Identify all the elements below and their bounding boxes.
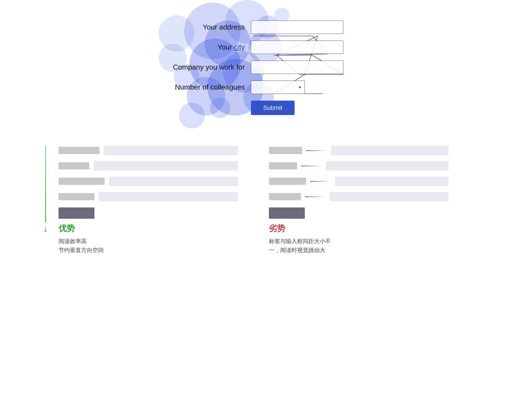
red-line-3: [310, 181, 331, 182]
diag-label-bad-2: [269, 162, 297, 169]
label-city-link: city: [234, 43, 245, 51]
good-desc-line1: 阅读效率高: [59, 237, 238, 246]
top-section: Your address Your city Company you work …: [0, 0, 507, 136]
diag-label-good-3: [59, 178, 105, 185]
form-row-company: Company you work for: [164, 61, 343, 74]
diag-row-2-good: [59, 161, 238, 170]
diag-input-bad-1: [331, 146, 449, 155]
bad-desc-line1: 标签与输入框间距大小不: [269, 237, 449, 246]
input-city[interactable]: [251, 41, 343, 54]
advantage-label: 优势: [59, 223, 238, 234]
form-row-city: Your city: [164, 41, 343, 54]
diag-label-good-4: [59, 193, 94, 200]
diag-label-good-2: [59, 162, 89, 169]
label-colleagues: Number of colleagues: [164, 83, 251, 91]
bad-desc-line2: 一，阅读时视觉跳动大: [269, 246, 449, 255]
diag-input-bad-3: [335, 177, 449, 186]
diag-label-good-1: [59, 147, 100, 154]
red-line-4: [305, 196, 326, 197]
diag-row-1-good: [59, 146, 238, 155]
good-label-row: 优势 阅读效率高 节约垂直方向空间: [59, 223, 238, 255]
red-line-wrapper-4: [305, 196, 326, 197]
diag-input-bad-4: [330, 192, 449, 201]
form-heatmap-container: Your address Your city Company you work …: [164, 15, 343, 115]
diag-input-good-3: [109, 177, 238, 186]
diag-row-3-bad: [269, 177, 449, 186]
bad-panel: 劣势 标签与输入框间距大小不 一，阅读时视觉跳动大: [269, 146, 449, 255]
form-row-address: Your address: [164, 21, 343, 34]
diag-submit-good: [59, 207, 94, 219]
label-city: Your city: [164, 43, 251, 51]
diag-row-3-good: [59, 177, 238, 186]
arrow-down-icon: ↓: [43, 223, 48, 234]
green-line: [45, 146, 46, 222]
bad-label-row: 劣势 标签与输入框间距大小不 一，阅读时视觉跳动大: [269, 223, 449, 255]
select-colleagues[interactable]: 1-5 6-20 21-100 100+: [251, 81, 305, 94]
red-line-wrapper-2: [301, 166, 322, 166]
form-wrapper: Your address Your city Company you work …: [164, 15, 343, 115]
good-desc-line2: 节约垂直方向空间: [59, 246, 238, 255]
red-line-wrapper-1: [306, 150, 327, 151]
red-line-1: [306, 150, 327, 151]
diag-input-good-2: [93, 161, 238, 170]
diag-submit-bad: [269, 207, 305, 219]
bottom-section: ↓ 优势 阅读效率高 节约垂直方向空间: [0, 141, 507, 270]
good-desc: 阅读效率高 节约垂直方向空间: [59, 237, 238, 255]
diag-label-bad-3: [269, 178, 306, 185]
label-company: Company you work for: [164, 63, 251, 71]
input-address[interactable]: [251, 21, 343, 34]
green-arrow: ↓: [43, 146, 48, 234]
disadvantage-label: 劣势: [269, 223, 449, 234]
bad-desc: 标签与输入框间距大小不 一，阅读时视觉跳动大: [269, 237, 449, 255]
good-panel: ↓ 优势 阅读效率高 节约垂直方向空间: [59, 146, 238, 255]
red-line-wrapper-3: [310, 181, 331, 182]
diag-label-bad-1: [269, 147, 302, 154]
form-row-colleagues: Number of colleagues 1-5 6-20 21-100 100…: [164, 81, 343, 94]
red-line-2: [301, 166, 322, 166]
input-company[interactable]: [251, 61, 343, 74]
diag-label-bad-4: [269, 193, 301, 200]
diag-input-good-4: [99, 192, 238, 201]
diag-input-good-1: [104, 146, 238, 155]
diag-row-1-bad: [269, 146, 449, 155]
diag-input-bad-2: [326, 161, 449, 170]
diag-row-2-bad: [269, 161, 449, 170]
label-city-text: Your: [218, 43, 234, 51]
diag-row-4-good: [59, 192, 238, 201]
label-address: Your address: [164, 23, 251, 31]
submit-button[interactable]: Submit: [251, 101, 295, 115]
select-wrapper: 1-5 6-20 21-100 100+: [251, 81, 305, 94]
diag-row-4-bad: [269, 192, 449, 201]
